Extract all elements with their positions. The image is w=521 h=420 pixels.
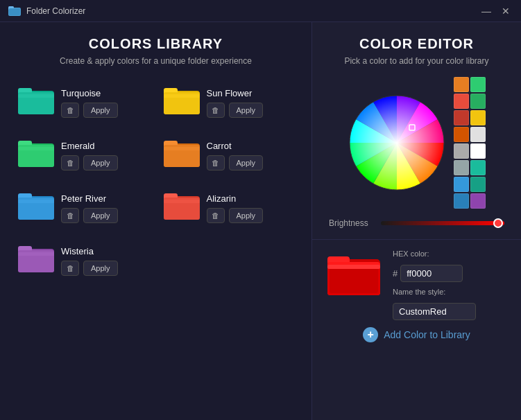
add-to-library-button[interactable]: + Add Color to Library xyxy=(326,320,507,349)
palette-swatch-6[interactable] xyxy=(454,127,469,142)
palette-swatch-15[interactable] xyxy=(470,193,486,209)
divider xyxy=(312,239,521,240)
color-name-carrot: Carrot xyxy=(207,141,264,151)
brightness-section: Brightness xyxy=(326,218,507,228)
color-wheel-container[interactable] xyxy=(348,94,445,191)
preview-folder-svg xyxy=(326,250,382,305)
brightness-thumb[interactable] xyxy=(493,218,503,228)
palette-swatch-3[interactable] xyxy=(470,94,486,109)
main-container: COLORS LIBRARY Create & apply colors for… xyxy=(0,22,521,420)
color-wheel-section xyxy=(326,77,507,209)
folder-icon-carrot xyxy=(164,138,200,173)
color-info-wisteria: Wisteria 🗑 Apply xyxy=(61,246,118,276)
color-actions-turquoise: 🗑 Apply xyxy=(61,103,118,118)
color-actions-wisteria: 🗑 Apply xyxy=(61,261,118,276)
delete-button-carrot[interactable]: 🗑 xyxy=(207,155,225,170)
palette-swatch-5[interactable] xyxy=(470,110,486,125)
hex-input[interactable] xyxy=(400,265,463,282)
apply-button-carrot[interactable]: Apply xyxy=(229,155,264,170)
folder-icon-emerald xyxy=(18,138,54,173)
palette-swatch-4[interactable] xyxy=(454,110,469,125)
palette-swatch-10[interactable] xyxy=(454,160,469,175)
library-title: COLORS LIBRARY xyxy=(14,36,298,52)
color-item-emerald: Emerald 🗑 Apply xyxy=(14,132,153,178)
preview-folder xyxy=(326,250,382,305)
color-info-emerald: Emerald 🗑 Apply xyxy=(61,141,118,170)
palette-swatch-14[interactable] xyxy=(454,193,469,209)
brightness-label: Brightness xyxy=(329,218,374,228)
delete-button-emerald[interactable]: 🗑 xyxy=(61,155,79,170)
close-button[interactable]: ✕ xyxy=(499,4,513,18)
palette-swatch-9[interactable] xyxy=(470,143,486,159)
palette-swatch-12[interactable] xyxy=(454,177,469,192)
svg-rect-26 xyxy=(164,200,200,203)
palette-swatch-1[interactable] xyxy=(470,77,486,92)
brightness-slider[interactable] xyxy=(381,221,504,225)
color-actions-emerald: 🗑 Apply xyxy=(61,155,118,170)
apply-button-sunflower[interactable]: Apply xyxy=(229,103,264,118)
color-item-wisteria: Wisteria 🗑 Apply xyxy=(14,238,153,283)
app-icon xyxy=(8,5,21,17)
palette-swatch-7[interactable] xyxy=(470,127,486,142)
svg-point-32 xyxy=(350,96,444,190)
hex-label: HEX color: xyxy=(393,250,507,258)
title-bar-controls: — ✕ xyxy=(479,4,513,18)
apply-button-peter-river[interactable]: Apply xyxy=(83,208,118,223)
delete-button-peter-river[interactable]: 🗑 xyxy=(61,208,79,223)
folder-icon-peter-river xyxy=(18,191,54,225)
color-name-turquoise: Turquoise xyxy=(61,88,118,98)
color-name-sunflower: Sun Flower xyxy=(207,88,264,98)
color-info-carrot: Carrot 🗑 Apply xyxy=(207,141,264,170)
color-info-sunflower: Sun Flower 🗑 Apply xyxy=(207,88,264,118)
delete-button-sunflower[interactable]: 🗑 xyxy=(207,103,225,118)
folder-icon-turquoise xyxy=(18,85,54,120)
name-label: Name the style: xyxy=(393,288,507,296)
color-grid: Turquoise 🗑 Apply Sun Flower 🗑 Apply xyxy=(14,80,298,283)
svg-rect-39 xyxy=(330,267,378,293)
apply-button-emerald[interactable]: Apply xyxy=(83,155,118,170)
folder-icon-alizarin xyxy=(164,191,200,225)
editor-subtitle: Pick a color to add for your color libra… xyxy=(326,56,507,66)
delete-button-turquoise[interactable]: 🗑 xyxy=(61,103,79,118)
svg-rect-30 xyxy=(18,252,54,256)
app-title: Folder Colorizer xyxy=(26,6,85,16)
color-info-turquoise: Turquoise 🗑 Apply xyxy=(61,88,118,118)
palette-swatch-2[interactable] xyxy=(454,94,469,109)
color-item-carrot: Carrot 🗑 Apply xyxy=(160,132,298,178)
svg-rect-14 xyxy=(18,147,54,150)
color-name-peter-river: Peter River xyxy=(61,193,118,204)
delete-button-wisteria[interactable]: 🗑 xyxy=(61,261,79,276)
palette-grid xyxy=(454,77,486,209)
color-item-turquoise: Turquoise 🗑 Apply xyxy=(14,80,153,125)
svg-rect-6 xyxy=(18,94,54,98)
color-item-sunflower: Sun Flower 🗑 Apply xyxy=(160,80,298,125)
minimize-button[interactable]: — xyxy=(479,4,493,18)
color-item-alizarin: Alizarin 🗑 Apply xyxy=(160,185,298,231)
svg-rect-40 xyxy=(327,265,380,269)
svg-rect-18 xyxy=(164,147,200,150)
palette-swatch-0[interactable] xyxy=(454,77,469,92)
colors-library-panel: COLORS LIBRARY Create & apply colors for… xyxy=(0,22,312,420)
style-name-input[interactable] xyxy=(393,303,476,320)
color-actions-sunflower: 🗑 Apply xyxy=(207,103,264,118)
palette-swatch-8[interactable] xyxy=(454,143,469,159)
title-bar-left: Folder Colorizer xyxy=(8,5,85,17)
title-bar: Folder Colorizer — ✕ xyxy=(0,0,521,22)
color-editor-panel: COLOR EDITOR Pick a color to add for you… xyxy=(312,22,521,420)
folder-icon-wisteria xyxy=(18,243,54,278)
delete-button-alizarin[interactable]: 🗑 xyxy=(207,208,225,223)
color-editor-bottom: HEX color: # Name the style: xyxy=(326,250,507,320)
color-actions-peter-river: 🗑 Apply xyxy=(61,208,118,223)
color-name-wisteria: Wisteria xyxy=(61,246,118,256)
apply-button-alizarin[interactable]: Apply xyxy=(229,208,264,223)
palette-swatch-11[interactable] xyxy=(470,160,486,175)
add-library-label: Add Color to Library xyxy=(384,329,470,340)
apply-button-wisteria[interactable]: Apply xyxy=(83,261,118,276)
color-wheel[interactable] xyxy=(348,94,445,191)
svg-rect-10 xyxy=(164,94,200,98)
color-info-alizarin: Alizarin 🗑 Apply xyxy=(207,193,264,223)
svg-rect-2 xyxy=(9,8,20,15)
color-info-peter-river: Peter River 🗑 Apply xyxy=(61,193,118,223)
palette-swatch-13[interactable] xyxy=(470,177,486,192)
apply-button-turquoise[interactable]: Apply xyxy=(83,103,118,118)
